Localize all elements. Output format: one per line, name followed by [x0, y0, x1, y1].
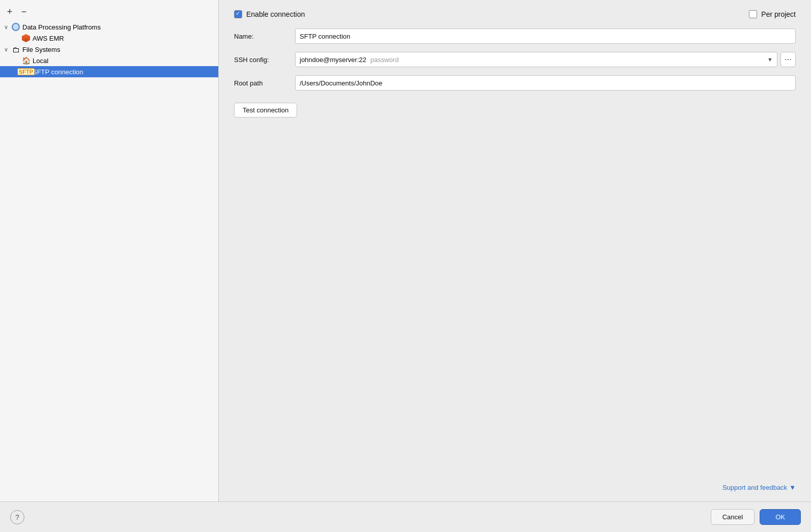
- enable-connection-label: Enable connection: [246, 10, 305, 18]
- tree-item-label: Local: [33, 57, 48, 65]
- dialog: + − ∨ Data Processing Platfroms: [0, 0, 811, 532]
- left-panel: + − ∨ Data Processing Platfroms: [0, 0, 219, 501]
- remove-button[interactable]: −: [18, 6, 30, 17]
- tree-item-sftp-connection[interactable]: SFTP SFTP connection: [0, 66, 218, 77]
- tree-item-file-systems[interactable]: ∨ 🗀 File Systems: [0, 44, 218, 55]
- tree-item-label: AWS EMR: [33, 35, 64, 42]
- root-path-row: Root path: [234, 75, 796, 91]
- chevron-icon: ∨: [4, 46, 11, 53]
- sftp-icon: SFTP: [21, 67, 31, 76]
- chevron-down-icon: ▼: [789, 484, 796, 491]
- name-row: Name:: [234, 28, 796, 44]
- ssh-config-select[interactable]: johndoe@myserver:22 password ▼: [295, 52, 777, 67]
- dropdown-arrow-icon: ▼: [767, 56, 773, 63]
- support-feedback-label: Support and feedback: [722, 484, 787, 491]
- dialog-body: + − ∨ Data Processing Platfroms: [0, 0, 811, 501]
- ssh-config-label: SSH config:: [234, 56, 295, 64]
- cancel-button[interactable]: Cancel: [711, 509, 755, 525]
- ssh-config-value: johndoe@myserver:22: [300, 56, 366, 64]
- root-path-input[interactable]: [295, 75, 796, 91]
- root-path-label: Root path: [234, 79, 295, 87]
- tree-item-aws-emr[interactable]: AWS EMR: [0, 33, 218, 44]
- ssh-config-row: SSH config: johndoe@myserver:22 password…: [234, 52, 796, 67]
- ok-button[interactable]: OK: [760, 509, 801, 525]
- name-label: Name:: [234, 33, 295, 40]
- bottom-bar: ? Cancel OK: [0, 501, 811, 532]
- tree: ∨ Data Processing Platfroms AWS: [0, 21, 218, 497]
- enable-connection-row: Enable connection Per project: [234, 10, 796, 18]
- per-project-label: Per project: [761, 10, 796, 18]
- ellipsis-button[interactable]: ···: [780, 52, 796, 67]
- right-panel: Enable connection Per project Name: SSH …: [219, 0, 811, 501]
- name-input[interactable]: [295, 28, 796, 44]
- enable-connection-checkbox[interactable]: [234, 10, 242, 18]
- local-icon: 🏠: [21, 56, 31, 65]
- test-connection-button[interactable]: Test connection: [234, 103, 297, 117]
- tree-item-data-processing[interactable]: ∨ Data Processing Platfroms: [0, 21, 218, 33]
- tree-item-local[interactable]: 🏠 Local: [0, 55, 218, 66]
- tree-item-label: Data Processing Platfroms: [22, 23, 101, 31]
- ssh-config-hint: password: [370, 56, 399, 64]
- toolbar: + −: [0, 4, 218, 21]
- tree-item-label: SFTP connection: [33, 68, 83, 76]
- add-button[interactable]: +: [4, 6, 15, 17]
- folder-icon: 🗀: [11, 45, 20, 54]
- aws-icon: [21, 34, 31, 43]
- globe-icon: [11, 22, 20, 32]
- action-buttons: Cancel OK: [711, 509, 801, 525]
- support-feedback-link[interactable]: Support and feedback ▼: [722, 484, 796, 491]
- chevron-icon: ∨: [4, 24, 11, 31]
- tree-item-label: File Systems: [22, 46, 60, 53]
- per-project-checkbox[interactable]: [749, 10, 757, 18]
- help-button[interactable]: ?: [10, 510, 24, 524]
